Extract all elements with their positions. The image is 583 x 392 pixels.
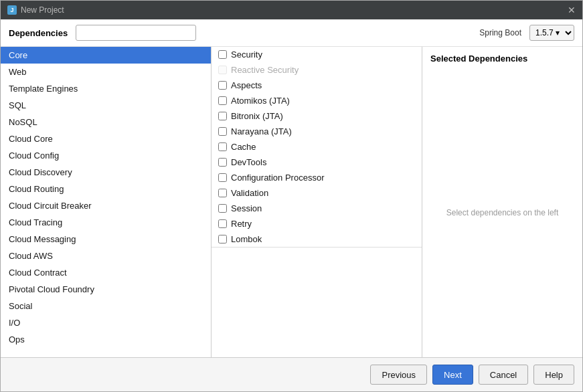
dep-label-validation: Validation [231, 188, 268, 198]
dep-label-retry: Retry [231, 219, 252, 229]
dep-item-bitronix[interactable]: Bitronix (JTA) [212, 108, 422, 124]
left-panel: CoreWebTemplate EnginesSQLNoSQLCloud Cor… [1, 47, 212, 357]
dep-item-narayana[interactable]: Narayana (JTA) [212, 124, 422, 139]
dep-item-devtools[interactable]: DevTools [212, 155, 422, 170]
panel-wrapper: CoreWebTemplate EnginesSQLNoSQLCloud Cor… [1, 47, 582, 357]
sidebar-item-cloud-messaging[interactable]: Cloud Messaging [1, 231, 211, 248]
new-project-dialog: J New Project ✕ Dependencies Spring Boot… [0, 0, 583, 392]
sidebar-item-cloud-aws[interactable]: Cloud AWS [1, 248, 211, 264]
cancel-button[interactable]: Cancel [479, 365, 528, 385]
dep-label-devtools: DevTools [231, 157, 266, 167]
sidebar-item-template-engines[interactable]: Template Engines [1, 80, 211, 97]
middle-items-list: SecurityReactive SecurityAspectsAtomikos… [212, 47, 422, 247]
app-icon: J [7, 5, 17, 15]
dep-item-aspects[interactable]: Aspects [212, 78, 422, 93]
sidebar-item-cloud-config[interactable]: Cloud Config [1, 147, 211, 164]
middle-panel: SecurityReactive SecurityAspectsAtomikos… [212, 47, 422, 357]
title-bar-left: J New Project [7, 5, 64, 15]
dep-checkbox-lombok[interactable] [218, 235, 227, 243]
dep-label-reactive-security: Reactive Security [231, 65, 299, 75]
dep-label-lombok: Lombok [231, 234, 262, 244]
sidebar-item-pivotal-cloud-foundry[interactable]: Pivotal Cloud Foundry [1, 281, 211, 298]
dep-checkbox-session[interactable] [218, 204, 227, 213]
right-panel: Selected Dependencies Select dependencie… [422, 47, 582, 357]
dep-label-session: Session [231, 203, 262, 213]
dep-item-configuration-processor[interactable]: Configuration Processor [212, 170, 422, 185]
sidebar-item-sql[interactable]: SQL [1, 97, 211, 114]
dep-item-atomikos[interactable]: Atomikos (JTA) [212, 93, 422, 108]
dep-item-security[interactable]: Security [212, 47, 422, 62]
spring-boot-version-select[interactable]: 1.5.7 ▾ 2.0.0 1.5.6 [529, 25, 574, 41]
sidebar-item-cloud-tracing[interactable]: Cloud Tracing [1, 214, 211, 231]
dep-checkbox-aspects[interactable] [218, 81, 227, 90]
dep-item-session[interactable]: Session [212, 201, 422, 216]
sidebar-item-cloud-contract[interactable]: Cloud Contract [1, 264, 211, 281]
dep-label-atomikos: Atomikos (JTA) [231, 96, 290, 106]
sidebar-item-web[interactable]: Web [1, 64, 211, 80]
selected-deps-title: Selected Dependencies [422, 47, 535, 68]
dep-label-aspects: Aspects [231, 80, 262, 90]
dep-checkbox-retry[interactable] [218, 219, 227, 228]
header-bar: Dependencies Spring Boot 1.5.7 ▾ 2.0.0 1… [1, 19, 582, 47]
dep-item-reactive-security: Reactive Security [212, 62, 422, 78]
dep-checkbox-configuration-processor[interactable] [218, 173, 227, 182]
close-button[interactable]: ✕ [568, 5, 576, 15]
dep-checkbox-devtools[interactable] [218, 158, 227, 167]
next-button[interactable]: Next [432, 365, 473, 385]
dep-checkbox-bitronix[interactable] [218, 112, 227, 120]
dep-label-cache: Cache [231, 142, 256, 152]
dep-checkbox-cache[interactable] [218, 142, 227, 151]
dependencies-label: Dependencies [9, 28, 68, 38]
dialog-title: New Project [21, 5, 64, 15]
footer: Previous Next Cancel Help [1, 357, 582, 391]
dep-item-lombok[interactable]: Lombok [212, 231, 422, 247]
title-bar: J New Project ✕ [1, 1, 582, 19]
sidebar-item-core[interactable]: Core [1, 47, 211, 64]
sidebar-item-nosql[interactable]: NoSQL [1, 114, 211, 130]
dep-label-bitronix: Bitronix (JTA) [231, 111, 283, 121]
sidebar-item-cloud-routing[interactable]: Cloud Routing [1, 181, 211, 197]
dep-label-narayana: Narayana (JTA) [231, 126, 292, 136]
sidebar-item-ops[interactable]: Ops [1, 331, 211, 348]
selected-deps-empty: Select dependencies on the left [440, 68, 565, 357]
dep-item-validation[interactable]: Validation [212, 185, 422, 201]
search-input[interactable] [76, 25, 196, 41]
sidebar-item-cloud-circuit-breaker[interactable]: Cloud Circuit Breaker [1, 197, 211, 214]
dep-label-configuration-processor: Configuration Processor [231, 173, 324, 183]
dep-checkbox-security[interactable] [218, 50, 227, 59]
dep-item-cache[interactable]: Cache [212, 139, 422, 155]
sidebar-item-cloud-discovery[interactable]: Cloud Discovery [1, 164, 211, 181]
dep-item-retry[interactable]: Retry [212, 216, 422, 231]
help-button[interactable]: Help [533, 365, 574, 385]
category-list: CoreWebTemplate EnginesSQLNoSQLCloud Cor… [1, 47, 211, 348]
sidebar-item-cloud-core[interactable]: Cloud Core [1, 130, 211, 147]
dep-checkbox-validation[interactable] [218, 189, 227, 197]
middle-section-core-section: SecurityReactive SecurityAspectsAtomikos… [212, 47, 422, 248]
sidebar-item-social[interactable]: Social [1, 298, 211, 314]
sidebar-item-io[interactable]: I/O [1, 314, 211, 331]
spring-boot-label: Spring Boot [479, 28, 521, 37]
dep-checkbox-narayana[interactable] [218, 127, 227, 136]
dep-label-security: Security [231, 50, 262, 60]
previous-button[interactable]: Previous [370, 365, 427, 385]
dep-checkbox-atomikos[interactable] [218, 96, 227, 105]
dep-checkbox-reactive-security [218, 66, 227, 74]
